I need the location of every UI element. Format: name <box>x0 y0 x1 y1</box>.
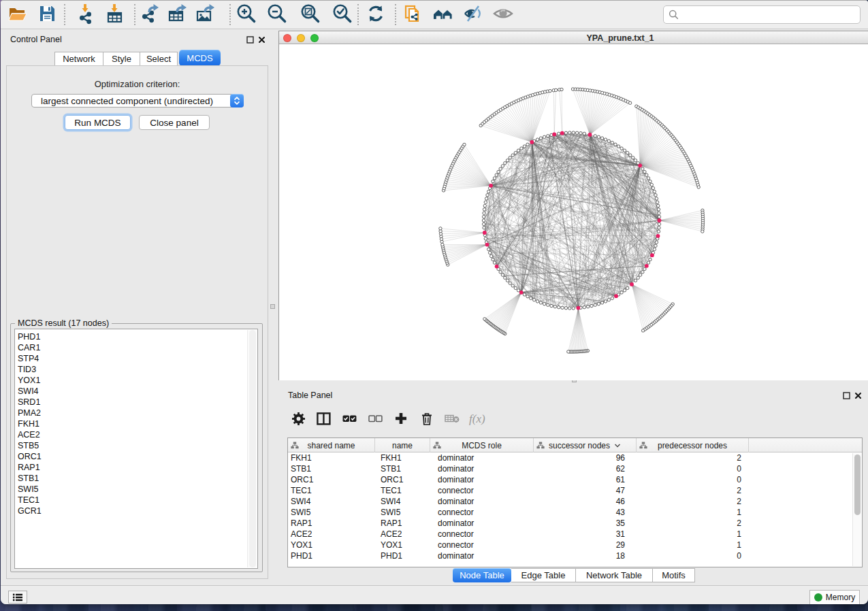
float-panel-icon[interactable] <box>246 35 255 44</box>
mcds-result-item[interactable]: TEC1 <box>18 495 257 506</box>
select-all-button[interactable] <box>340 412 358 428</box>
zoom-fit-button[interactable] <box>298 2 323 28</box>
vertical-splitter-handle[interactable] <box>270 304 275 309</box>
mcds-result-item[interactable]: PMA2 <box>18 408 257 418</box>
mcds-result-item[interactable]: STB1 <box>18 473 257 484</box>
column-type-icon <box>536 442 545 449</box>
show-eye-icon <box>492 2 515 28</box>
unselect-all-button[interactable] <box>366 412 384 428</box>
network-canvas[interactable] <box>279 45 868 380</box>
mcds-result-item[interactable]: PHD1 <box>18 331 257 342</box>
toolbar-separator <box>64 4 65 25</box>
gear-icon <box>292 412 305 428</box>
mcds-result-list[interactable]: PHD1CAR1STP4TID3YOX1SWI4SRD1PMA2FKH1ACE2… <box>14 329 258 569</box>
export-table-icon <box>166 2 189 28</box>
zoom-selected-button[interactable] <box>329 2 355 28</box>
delete-column-button[interactable] <box>418 412 436 428</box>
zoom-in-button[interactable] <box>234 2 259 28</box>
search-input[interactable] <box>679 6 860 23</box>
mcds-result-item[interactable]: GCR1 <box>18 506 257 516</box>
mcds-result-item[interactable]: ORC1 <box>18 451 257 462</box>
table-row[interactable]: ORC1 ORC1 dominator 61 0 <box>288 474 862 485</box>
gear-button[interactable] <box>289 412 307 428</box>
mcds-result-item[interactable]: STB5 <box>18 440 257 451</box>
maximize-window-icon[interactable] <box>310 34 319 42</box>
column-header-MCDS-role[interactable]: MCDS role <box>430 438 534 452</box>
table-row[interactable]: YOX1 YOX1 connector 29 1 <box>288 540 862 550</box>
column-header-name[interactable]: name <box>375 438 430 452</box>
save-button[interactable] <box>34 2 60 28</box>
mcds-result-item[interactable]: TID3 <box>18 364 257 375</box>
mcds-result-item[interactable]: SRD1 <box>18 397 257 408</box>
tab-mcds[interactable]: MCDS <box>179 50 221 66</box>
column-header-shared-name[interactable]: shared name <box>288 438 375 452</box>
table-row[interactable]: SWI5 SWI5 connector 43 1 <box>288 507 862 518</box>
node-table: shared name name MCDS role successor nod… <box>287 437 863 567</box>
tab-motifs[interactable]: Motifs <box>653 568 695 582</box>
toolbar-separator <box>395 4 396 25</box>
minimize-window-icon[interactable] <box>297 34 305 42</box>
table-row[interactable]: RAP1 RAP1 dominator 35 2 <box>288 518 862 529</box>
tab-network[interactable]: Network <box>54 52 103 66</box>
table-row[interactable]: FKH1 FKH1 dominator 96 2 <box>288 452 862 463</box>
tab-style[interactable]: Style <box>103 52 140 66</box>
columns-button[interactable] <box>315 412 332 428</box>
export-network-button[interactable] <box>137 2 163 28</box>
function-builder-button[interactable]: f(x) <box>469 412 487 428</box>
open-folder-button[interactable] <box>5 2 31 28</box>
criterion-dropdown[interactable]: largest connected component (undirected) <box>31 94 244 108</box>
import-table-button[interactable] <box>101 2 127 28</box>
clear-table-button[interactable] <box>443 412 461 428</box>
export-table-button[interactable] <box>165 2 191 28</box>
import-network-button[interactable] <box>72 2 98 28</box>
select-all-icon <box>342 414 357 426</box>
run-mcds-button[interactable]: Run MCDS <box>65 115 131 130</box>
table-row[interactable]: ACE2 ACE2 connector 31 1 <box>288 529 862 540</box>
criterion-value: largest connected component (undirected) <box>41 96 213 106</box>
mcds-result-item[interactable]: SWI4 <box>18 386 257 397</box>
home-networks-button[interactable] <box>430 2 456 28</box>
tab-select[interactable]: Select <box>140 52 178 66</box>
mcds-result-item[interactable]: CAR1 <box>18 342 257 353</box>
close-window-icon[interactable] <box>283 34 291 42</box>
export-image-button[interactable] <box>193 2 219 28</box>
memory-button[interactable]: Memory <box>809 590 860 604</box>
table-scrollbar[interactable] <box>852 453 861 566</box>
tab-node-table[interactable]: Node Table <box>453 568 511 582</box>
add-column-button[interactable] <box>392 412 410 428</box>
close-table-panel-icon[interactable] <box>854 391 863 400</box>
show-eye-button[interactable] <box>490 2 516 28</box>
table-row[interactable]: PHD1 PHD1 dominator 18 0 <box>288 550 862 561</box>
zoom-out-button[interactable] <box>264 2 290 28</box>
close-panel-icon[interactable] <box>257 35 266 44</box>
search-box[interactable] <box>663 5 861 24</box>
table-row[interactable]: STB1 STB1 dominator 62 0 <box>288 463 862 474</box>
tab-network-table[interactable]: Network Table <box>576 568 653 582</box>
toolbar-separator <box>357 4 359 25</box>
scrollbar-thumb[interactable] <box>854 455 861 515</box>
task-history-button[interactable] <box>8 591 27 604</box>
mcds-result-item[interactable]: SWI5 <box>18 484 257 495</box>
control-panel-tabs: NetworkStyleSelectMCDS <box>54 51 221 66</box>
network-titlebar[interactable]: YPA_prune.txt_1 <box>279 31 868 44</box>
column-type-icon <box>639 442 647 449</box>
tab-edge-table[interactable]: Edge Table <box>511 568 576 582</box>
mcds-result-item[interactable]: RAP1 <box>18 462 257 473</box>
mcds-result-item[interactable]: ACE2 <box>18 429 257 440</box>
column-header-predecessor-nodes[interactable]: predecessor nodes <box>637 438 749 452</box>
hide-eye-button[interactable] <box>460 2 486 28</box>
column-header-successor-nodes[interactable]: successor nodes <box>534 438 637 452</box>
float-table-panel-icon[interactable] <box>842 391 851 400</box>
table-row[interactable]: SWI4 SWI4 dominator 46 2 <box>288 496 862 507</box>
add-column-icon <box>395 412 407 427</box>
table-row[interactable]: TEC1 TEC1 connector 47 2 <box>288 485 862 496</box>
mcds-result-item[interactable]: STP4 <box>18 353 257 364</box>
mcds-list-scrollbar[interactable] <box>247 330 257 567</box>
refresh-button[interactable] <box>363 2 389 28</box>
function-builder-icon: f(x) <box>468 412 488 428</box>
copy-share-button[interactable] <box>400 2 426 28</box>
mcds-result-item[interactable]: YOX1 <box>18 375 257 386</box>
optimization-criterion-label: Optimization criterion: <box>6 79 268 89</box>
mcds-result-item[interactable]: FKH1 <box>18 418 257 429</box>
close-panel-button[interactable]: Close panel <box>139 115 210 130</box>
